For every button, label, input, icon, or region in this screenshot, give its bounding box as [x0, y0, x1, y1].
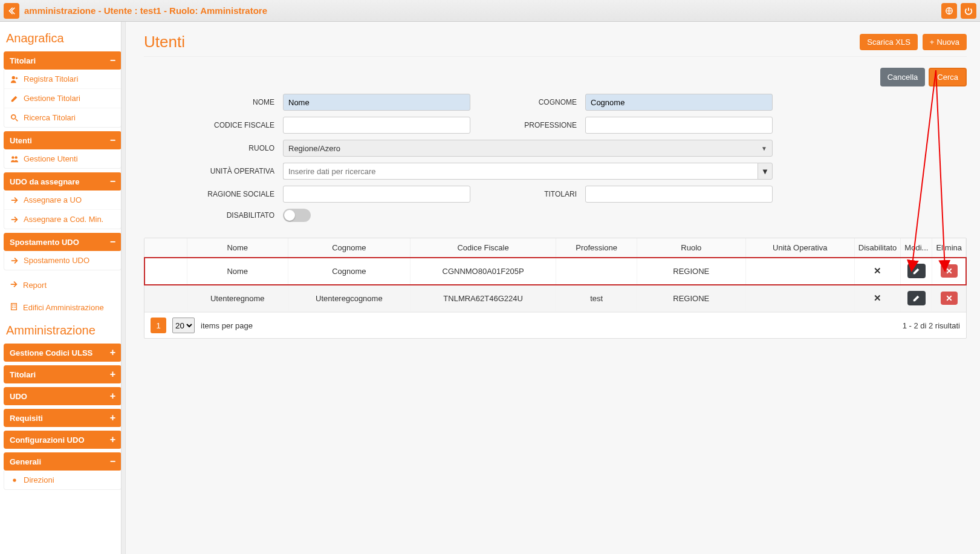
- col-ruolo[interactable]: Ruolo: [637, 238, 745, 258]
- col-uo[interactable]: Unità Operativa: [745, 238, 854, 258]
- sidebar-item-gestione-utenti[interactable]: Gestione Utenti: [4, 149, 121, 168]
- col-nome[interactable]: Nome: [187, 238, 288, 258]
- svg-rect-9: [15, 307, 16, 308]
- sidebar-item-ricerca-titolari[interactable]: Ricerca Titolari: [4, 108, 121, 127]
- svg-point-10: [13, 478, 16, 481]
- prof-input[interactable]: [585, 117, 773, 134]
- globe-icon[interactable]: [941, 3, 957, 19]
- cf-label: CODICE FISCALE: [186, 121, 283, 129]
- sidebar-item-assegnare-uo[interactable]: Assegnare a UO: [4, 191, 121, 210]
- items-per-page-select[interactable]: 20: [172, 318, 195, 333]
- sidebar-header-utenti[interactable]: Utenti−: [4, 131, 122, 149]
- table-row[interactable]: Utenteregnome Utenteregcognome TNLMRA62T…: [144, 285, 966, 312]
- download-xls-button[interactable]: Scarica XLS: [860, 34, 918, 50]
- search-button[interactable]: Cerca: [929, 68, 967, 86]
- chevron-down-icon: ▼: [761, 167, 769, 176]
- minus-icon: −: [110, 457, 115, 466]
- svg-point-3: [11, 156, 14, 158]
- col-cognome[interactable]: Cognome: [288, 238, 410, 258]
- page-number[interactable]: 1: [151, 318, 166, 333]
- plus-icon: +: [930, 37, 935, 47]
- cancel-button[interactable]: Cancella: [880, 68, 926, 86]
- dot-icon: [10, 476, 19, 484]
- col-disab[interactable]: Disabilitato: [854, 238, 901, 258]
- power-icon[interactable]: [961, 3, 976, 19]
- ragione-input[interactable]: [283, 186, 470, 203]
- sidebar-header-codici-ulss[interactable]: Gestione Codici ULSS+: [4, 344, 122, 362]
- disab-label: DISABILITATO: [186, 211, 283, 220]
- sidebar-header-titolari[interactable]: Titolari−: [4, 51, 122, 70]
- minus-icon: −: [110, 56, 115, 65]
- svg-point-2: [11, 114, 16, 119]
- plus-icon: +: [110, 391, 115, 401]
- sidebar-header-requisiti[interactable]: Requisiti+: [4, 409, 122, 427]
- sidebar-item-spostamento-udo[interactable]: Spostamento UDO: [4, 251, 121, 270]
- delete-row-button[interactable]: [941, 292, 958, 305]
- table-row[interactable]: Nome Cognome CGNNMO80A01F205P REGIONE ✕: [144, 258, 966, 285]
- sidebar-heading-amministrazione: Amministrazione: [6, 324, 119, 337]
- uo-input[interactable]: [283, 163, 758, 180]
- sidebar-header-spostamento[interactable]: Spostamento UDO−: [4, 233, 122, 251]
- arrow-right-icon: [10, 256, 19, 265]
- results-table: Nome Cognome Codice Fiscale Professione …: [144, 238, 967, 339]
- col-elimina[interactable]: Elimina: [932, 238, 966, 258]
- svg-rect-7: [15, 305, 16, 306]
- uo-label: UNITÀ OPERATIVA: [186, 167, 283, 175]
- sidebar-header-generali[interactable]: Generali−: [4, 452, 122, 471]
- building-icon: [10, 302, 18, 313]
- topbar-title: amministrazione - Utente : test1 - Ruolo…: [24, 5, 941, 16]
- cognome-input[interactable]: [585, 94, 773, 111]
- svg-rect-6: [12, 305, 13, 306]
- sidebar-link-report[interactable]: Report: [4, 274, 122, 296]
- plus-icon: +: [110, 413, 115, 423]
- edit-row-button[interactable]: [907, 264, 926, 278]
- sidebar-collapse-button[interactable]: [4, 3, 19, 19]
- edit-row-button[interactable]: [907, 291, 926, 305]
- page-title: Utenti: [144, 33, 185, 51]
- sidebar-header-config-udo[interactable]: Configurazioni UDO+: [4, 431, 122, 449]
- sidebar-heading-anagrafica: Anagrafica: [6, 31, 119, 45]
- nome-label: NOME: [186, 98, 283, 106]
- svg-point-1: [12, 76, 15, 79]
- prof-label: PROFESSIONE: [488, 121, 585, 129]
- minus-icon: −: [110, 135, 115, 145]
- uo-dropdown-button[interactable]: ▼: [758, 163, 773, 180]
- col-cf[interactable]: Codice Fiscale: [410, 238, 556, 258]
- sidebar-header-udo-assegnare[interactable]: UDO da assegnare−: [4, 172, 122, 191]
- new-button[interactable]: +Nuova: [923, 34, 967, 50]
- search-icon: [10, 114, 19, 122]
- sidebar-header-titolari2[interactable]: Titolari+: [4, 365, 122, 383]
- plus-icon: +: [110, 348, 115, 357]
- col-modifica[interactable]: Modi...: [901, 238, 932, 258]
- sidebar-header-udo[interactable]: UDO+: [4, 387, 122, 405]
- disabled-x-icon: ✕: [874, 293, 881, 303]
- sidebar-link-edifici[interactable]: Edifici Amministrazione: [4, 296, 122, 319]
- cf-input[interactable]: [283, 117, 470, 134]
- filter-form: NOME COGNOME CODICE FISCALE PROFESSIONE …: [186, 94, 791, 222]
- col-prof[interactable]: Professione: [556, 238, 637, 258]
- disabilitato-toggle[interactable]: [283, 209, 311, 222]
- nome-input[interactable]: [283, 94, 470, 111]
- titolari-input[interactable]: [585, 186, 773, 203]
- svg-rect-8: [12, 307, 13, 308]
- plus-icon: +: [110, 435, 115, 445]
- sidebar-item-gestione-titolari[interactable]: Gestione Titolari: [4, 89, 121, 108]
- sidebar: Anagrafica Titolari− Registra Titolari G…: [0, 22, 126, 554]
- sidebar-item-assegnare-codmin[interactable]: Assegnare a Cod. Min.: [4, 210, 121, 229]
- user-plus-icon: [10, 75, 19, 83]
- svg-point-4: [15, 156, 17, 158]
- plus-icon: +: [110, 370, 115, 379]
- svg-rect-5: [11, 304, 17, 310]
- cognome-label: COGNOME: [488, 98, 585, 106]
- results-count: 1 - 2 di 2 risultati: [903, 321, 960, 330]
- items-per-page-label: items per page: [201, 321, 253, 330]
- topbar: amministrazione - Utente : test1 - Ruolo…: [0, 0, 980, 22]
- delete-row-button[interactable]: [941, 264, 958, 278]
- users-icon: [10, 155, 19, 163]
- sidebar-item-direzioni[interactable]: Direzioni: [4, 471, 121, 489]
- edit-icon: [10, 94, 19, 103]
- sidebar-item-registra-titolari[interactable]: Registra Titolari: [4, 70, 121, 89]
- ragione-label: RAGIONE SOCIALE: [186, 190, 283, 198]
- ruolo-select[interactable]: Regione/Azero▼: [283, 140, 773, 157]
- main-content: Utenti Scarica XLS +Nuova Cancella Cerca…: [126, 22, 980, 554]
